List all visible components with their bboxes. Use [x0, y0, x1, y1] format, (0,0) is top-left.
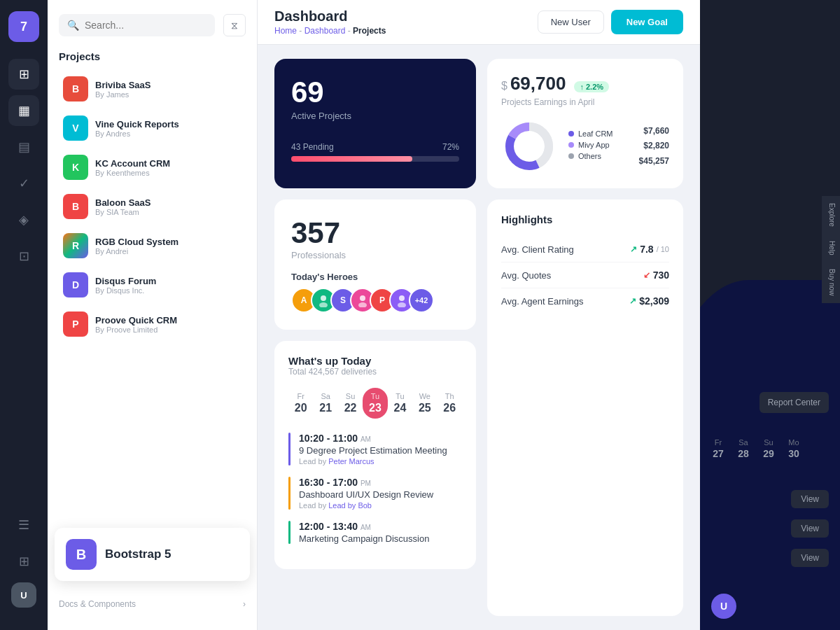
project-by-kc: By Keenthemes	[95, 169, 241, 177]
search-input-wrap[interactable]: 🔍	[59, 14, 215, 36]
new-user-button[interactable]: New User	[538, 10, 604, 34]
cal-day-20[interactable]: Fr 20	[288, 388, 313, 419]
left-panel: 🔍 ⧖ Projects B Briviba SaaS By James V V…	[48, 0, 258, 630]
cal-day-26[interactable]: Th 26	[438, 388, 462, 419]
event-time-1: 16:30 - 17:00 PM	[299, 477, 433, 488]
legend-dot-others	[568, 153, 574, 159]
progress-pct: 72%	[442, 142, 459, 152]
sidebar-item-modules[interactable]: ▦	[8, 95, 39, 126]
user-avatar[interactable]: 7	[8, 11, 39, 42]
breadcrumb-projects: Projects	[353, 26, 386, 36]
event-title-1: Dashboard UI/UX Design Review	[299, 489, 433, 500]
project-logo-baloon: B	[63, 194, 88, 219]
dashboard-area: 69 Active Projects 43 Pending 72% 357 Pr…	[258, 45, 700, 630]
extra-cal-27[interactable]: Fr 27	[706, 434, 731, 463]
breadcrumb-home: Home	[274, 26, 297, 36]
highlight-row-earnings: Avg. Agent Earnings ↗ $2,309	[501, 288, 669, 314]
legend-mivy-app: Mivy App	[568, 141, 628, 149]
earnings-badge: ↑ 2.2%	[574, 81, 609, 92]
project-by-briviba: By James	[95, 90, 241, 99]
view-button-1[interactable]: View	[791, 519, 829, 538]
event-item-1: 16:30 - 17:00 PM Dashboard UI/UX Design …	[288, 477, 462, 510]
sidebar-item-stack[interactable]: ◈	[8, 204, 39, 235]
extra-cal-29[interactable]: Su 29	[756, 434, 781, 463]
project-logo-rgb: R	[63, 233, 88, 258]
heroes-label: Today's Heroes	[291, 272, 459, 282]
event-lead-0: Lead by Peter Marcus	[299, 457, 447, 465]
sidebar-item-messages[interactable]: ☰	[8, 510, 39, 540]
whats-up-sub: Total 424,567 deliveries	[288, 367, 462, 377]
project-item-proove[interactable]: P Proove Quick CRM By Proove Limited	[59, 306, 246, 342]
project-item-vine[interactable]: V Vine Quick Reports By Andres	[59, 110, 246, 146]
cal-day-25[interactable]: We 25	[412, 388, 437, 419]
side-tab-buy[interactable]: Buy now	[822, 262, 840, 302]
trend-down-icon-quotes: ↙	[643, 270, 650, 280]
project-item-kc[interactable]: K KC Account CRM By Keenthemes	[59, 149, 246, 186]
project-item-rgb[interactable]: R RGB Cloud System By Andrei	[59, 227, 246, 264]
sidebar-item-chart[interactable]: ▤	[8, 132, 39, 162]
hero-avatar-more[interactable]: +42	[409, 288, 434, 313]
highlight-value-earnings: ↗ $2,309	[629, 295, 669, 307]
project-item-briviba[interactable]: B Briviba SaaS By James	[59, 71, 246, 107]
event-lead-1: Lead by Lead by Bob	[299, 501, 433, 510]
calendar-row: Fr 20 Sa 21 Su 22 Tu 23	[288, 388, 462, 419]
view-button-2[interactable]: View	[791, 549, 829, 567]
project-item-disqus[interactable]: D Disqus Forum By Disqus Inc.	[59, 267, 246, 303]
view-button-0[interactable]: View	[791, 490, 829, 508]
professionals-count: 357	[291, 216, 459, 250]
earnings-label: Projects Earnings in April	[501, 97, 669, 107]
whats-up-title: What's up Today	[288, 355, 462, 367]
extra-cal-30[interactable]: Mo 30	[781, 434, 806, 463]
event-item-0: 10:20 - 11:00 AM 9 Degree Project Estima…	[288, 433, 462, 465]
sidebar-item-grid[interactable]: ⊞	[8, 59, 39, 90]
project-name-rgb: RGB Cloud System	[95, 237, 241, 247]
project-item-baloon[interactable]: B Baloon SaaS By SIA Team	[59, 188, 246, 225]
active-projects-label: Active Projects	[291, 111, 459, 121]
sidebar-user-photo[interactable]: U	[11, 582, 36, 608]
cal-day-24[interactable]: Tu 24	[388, 388, 412, 419]
earnings-val-0: $7,660	[639, 124, 669, 139]
cal-day-23[interactable]: Tu 23	[363, 388, 387, 419]
progress-bar-bg	[291, 156, 459, 162]
highlight-label-rating: Avg. Client Rating	[501, 244, 574, 255]
new-goal-button[interactable]: New Goal	[611, 10, 683, 34]
side-tab-explore[interactable]: Explore	[822, 196, 840, 234]
cal-day-22[interactable]: Su 22	[338, 388, 363, 419]
pending-label: 43 Pending	[291, 142, 334, 152]
active-projects-count: 69	[291, 76, 459, 109]
docs-link[interactable]: Docs & Components ›	[59, 599, 246, 609]
search-input[interactable]	[85, 20, 206, 31]
breadcrumb: Home - Dashboard - Projects	[274, 26, 386, 36]
event-lead-link-1[interactable]: Lead by Bob	[328, 501, 372, 510]
bottom-avatar[interactable]: U	[711, 594, 736, 619]
earnings-card: $ 69,700 ↑ 2.2% Projects Earnings in Apr…	[487, 59, 683, 188]
topbar-title-area: Dashboard Home - Dashboard - Projects	[274, 8, 386, 36]
sidebar-item-check[interactable]: ✓	[8, 168, 39, 199]
earnings-legend: Leaf CRM Mivy App Others	[568, 130, 628, 160]
sidebar-item-briefcase[interactable]: ⊡	[8, 241, 39, 272]
project-by-baloon: By SIA Team	[95, 208, 241, 216]
svg-point-1	[319, 302, 328, 307]
cal-day-21[interactable]: Sa 21	[313, 388, 337, 419]
project-by-vine: By Andres	[95, 130, 241, 138]
earnings-values: $7,660 $2,820 $45,257	[639, 124, 669, 169]
sidebar-item-grid2[interactable]: ⊞	[8, 546, 39, 577]
legend-leaf-crm: Leaf CRM	[568, 130, 628, 138]
topbar-actions: New User New Goal	[538, 10, 683, 34]
report-center-button[interactable]: Report Center	[760, 392, 829, 413]
professionals-card: 357 Professionals Today's Heroes A S P	[274, 200, 476, 330]
side-tab-help[interactable]: Help	[822, 234, 840, 262]
extra-cal-28[interactable]: Sa 28	[731, 434, 756, 463]
event-lead-link-0[interactable]: Peter Marcus	[328, 457, 374, 465]
search-icon: 🔍	[67, 20, 79, 31]
earnings-val-2: $45,257	[639, 154, 669, 169]
breadcrumb-dashboard: Dashboard	[304, 26, 346, 36]
donut-section: Leaf CRM Mivy App Others	[501, 118, 669, 174]
side-tabs: Explore Help Buy now	[822, 196, 840, 303]
event-time-2: 12:00 - 13:40 AM	[299, 521, 429, 532]
bootstrap-banner[interactable]: B Bootstrap 5	[55, 528, 250, 581]
svg-point-3	[358, 302, 367, 307]
legend-dot-leaf	[568, 131, 574, 136]
filter-button[interactable]: ⧖	[223, 14, 246, 36]
progress-bar-fill	[291, 156, 412, 162]
